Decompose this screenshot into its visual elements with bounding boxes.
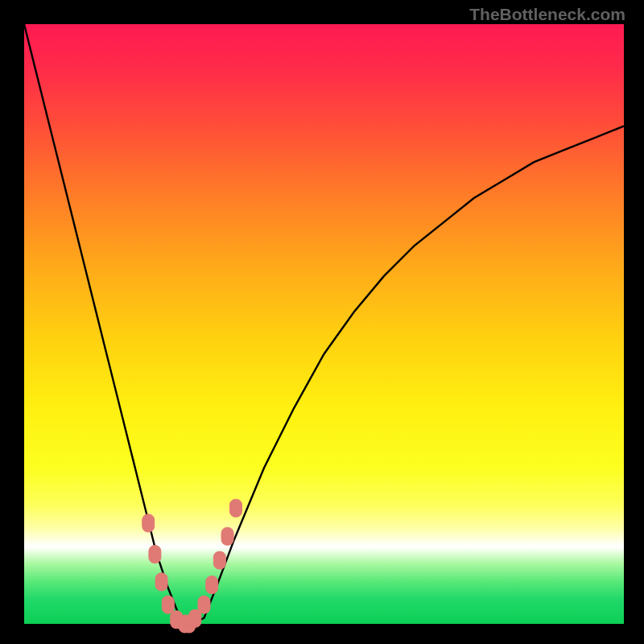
chart-frame: TheBottleneck.com bbox=[0, 0, 644, 644]
curve-marker bbox=[229, 499, 242, 517]
curve-marker bbox=[213, 551, 225, 569]
bottleneck-curve bbox=[24, 24, 624, 624]
curve-marker bbox=[189, 609, 201, 627]
marker-group bbox=[142, 499, 242, 633]
curve-marker bbox=[149, 546, 161, 564]
plot-area bbox=[24, 24, 624, 624]
curve-marker bbox=[155, 573, 167, 591]
curve-marker bbox=[206, 576, 218, 594]
watermark-text: TheBottleneck.com bbox=[469, 5, 625, 24]
chart-svg bbox=[24, 24, 624, 624]
curve-marker bbox=[198, 596, 210, 613]
curve-marker bbox=[162, 596, 174, 613]
curve-marker bbox=[221, 527, 233, 545]
curve-marker bbox=[142, 514, 155, 532]
